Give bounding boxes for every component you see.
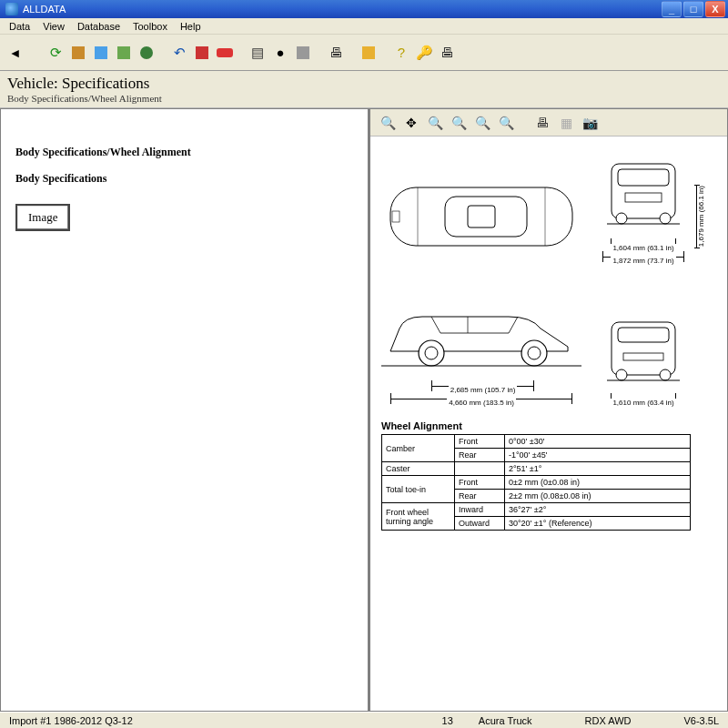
window-close-button[interactable]: X xyxy=(705,1,725,17)
svg-point-22 xyxy=(660,369,671,380)
calendar-icon[interactable] xyxy=(293,43,313,63)
toolbar: ◂ ⟳ ↶ ▤ ● 🖶 ? 🔑 🖶 xyxy=(0,35,728,71)
wa-val: 36°27' ±2° xyxy=(505,503,691,517)
zoom-actual-icon[interactable]: 🔍 xyxy=(449,113,469,133)
bookmark-icon[interactable] xyxy=(192,43,212,63)
menu-data[interactable]: Data xyxy=(4,20,35,33)
pan-icon[interactable]: ✥ xyxy=(401,113,421,133)
dim-height: 1,679 mm (66.1 in) xyxy=(697,186,705,247)
page-title: Vehicle: Specifications xyxy=(7,75,721,93)
dim-rear-track: 1,610 mm (63.4 in) xyxy=(611,399,675,407)
menu-help[interactable]: Help xyxy=(175,20,207,33)
wheel-alignment-table: Camber Front 0°00' ±30' Rear -1°00' ±45'… xyxy=(381,434,691,531)
camera-icon[interactable]: 📷 xyxy=(580,113,600,133)
svg-point-21 xyxy=(616,369,627,380)
help-icon[interactable]: ? xyxy=(391,43,411,63)
vehicle-diagram: 1,604 mm (63.1 in) 1,872 mm (73.7 in) 1,… xyxy=(381,146,716,531)
grid-icon[interactable]: ▦ xyxy=(556,113,576,133)
svg-point-13 xyxy=(419,340,444,366)
status-id: 13 xyxy=(439,715,457,726)
print-image-icon[interactable]: 🖶 xyxy=(532,113,552,133)
menubar: Data View Database Toolbox Help xyxy=(0,18,728,35)
svg-rect-18 xyxy=(612,322,675,375)
wa-pos: Rear xyxy=(455,449,505,462)
vehicle-rear-view xyxy=(598,309,689,391)
tree-icon[interactable] xyxy=(114,43,134,63)
menu-view[interactable]: View xyxy=(37,20,70,33)
table-row: Total toe-in Front 0±2 mm (0±0.08 in) xyxy=(382,476,691,490)
status-bar: Import #1 1986-2012 Q3-12 13 Acura Truck… xyxy=(0,712,728,728)
list-icon[interactable]: ▤ xyxy=(248,43,268,63)
print-icon[interactable]: 🖶 xyxy=(326,43,346,63)
nav-section: Body Specifications xyxy=(15,172,368,186)
status-dataset: Import #1 1986-2012 Q3-12 xyxy=(5,715,136,726)
wa-param: Caster xyxy=(382,462,455,476)
svg-point-9 xyxy=(616,213,627,224)
status-engine: V6-3.5L xyxy=(680,715,723,726)
app-icon xyxy=(5,3,18,15)
dim-track-width: 1,872 mm (73.7 in) xyxy=(611,257,675,265)
wa-pos xyxy=(455,462,505,476)
status-model: RDX AWD xyxy=(581,715,635,726)
undo-icon[interactable]: ↶ xyxy=(169,43,189,63)
menu-toolbox[interactable]: Toolbox xyxy=(127,20,173,33)
wa-pos: Inward xyxy=(455,503,505,517)
wa-param: Total toe-in xyxy=(382,476,455,503)
wa-pos: Front xyxy=(455,476,505,490)
folder-icon[interactable] xyxy=(359,43,379,63)
zoom-fit-icon[interactable]: 🔍 xyxy=(425,113,445,133)
wa-param: Camber xyxy=(382,435,455,462)
table-row: Front wheel turning angle Inward 36°27' … xyxy=(382,503,691,517)
page-header: Vehicle: Specifications Body Specificati… xyxy=(0,71,728,108)
wa-pos: Outward xyxy=(455,517,505,531)
navigation-pane: Body Specifications/Wheel Alignment Body… xyxy=(0,108,369,712)
car-icon[interactable] xyxy=(215,43,235,63)
back-button[interactable]: ◂ xyxy=(5,43,25,63)
breadcrumb: Body Specifications/Wheel Alignment xyxy=(7,93,721,104)
wa-val: 2±2 mm (0.08±0.08 in) xyxy=(505,490,691,503)
wa-val: 0±2 mm (0±0.08 in) xyxy=(505,476,691,490)
vehicle-select-icon[interactable] xyxy=(91,43,111,63)
menu-database[interactable]: Database xyxy=(72,20,126,33)
zoom-in-icon[interactable]: 🔍 xyxy=(378,113,398,133)
wa-pos: Rear xyxy=(455,490,505,503)
wa-val: 2°51' ±1° xyxy=(505,462,691,476)
vehicle-side-view xyxy=(381,297,581,379)
nav-path: Body Specifications/Wheel Alignment xyxy=(15,146,368,159)
database-icon[interactable] xyxy=(68,43,88,63)
content-pane: 🔍 ✥ 🔍 🔍 🔍 🔍 🖶 ▦ 📷 xyxy=(369,108,728,712)
image-toolbar: 🔍 ✥ 🔍 🔍 🔍 🔍 🖶 ▦ 📷 xyxy=(370,109,727,136)
svg-point-10 xyxy=(660,213,671,224)
main-split: Body Specifications/Wheel Alignment Body… xyxy=(0,108,728,712)
window-titlebar: ALLDATA _ □ X xyxy=(0,0,728,18)
zoom-disabled-icon: 🔍 xyxy=(496,113,516,133)
vehicle-top-view xyxy=(381,171,581,262)
key-icon[interactable]: 🔑 xyxy=(414,43,434,63)
wa-val: 0°00' ±30' xyxy=(505,435,691,449)
image-button[interactable]: Image xyxy=(15,204,70,231)
zoom-out-icon[interactable]: 🔍 xyxy=(472,113,492,133)
wa-val: -1°00' ±45' xyxy=(505,449,691,462)
vehicle-front-view xyxy=(598,146,689,237)
globe-icon[interactable] xyxy=(136,43,157,63)
table-row: Caster 2°51' ±1° xyxy=(382,462,691,476)
svg-rect-6 xyxy=(612,164,675,218)
window-minimize-button[interactable]: _ xyxy=(662,1,682,17)
wa-param: Front wheel turning angle xyxy=(382,503,455,531)
wa-pos: Front xyxy=(455,435,505,449)
svg-point-15 xyxy=(521,340,547,366)
dim-length: 4,660 mm (183.5 in) xyxy=(447,399,516,407)
refresh-icon[interactable]: ⟳ xyxy=(46,43,66,63)
print2-icon[interactable]: 🖶 xyxy=(437,43,457,63)
dot-icon[interactable]: ● xyxy=(270,43,290,63)
status-make: Acura Truck xyxy=(475,715,536,726)
table-row: Camber Front 0°00' ±30' xyxy=(382,435,691,449)
wheel-alignment-heading: Wheel Alignment xyxy=(381,420,716,431)
wa-val: 30°20' ±1° (Reference) xyxy=(505,517,691,531)
window-maximize-button[interactable]: □ xyxy=(683,1,703,17)
diagram-viewport[interactable]: 1,604 mm (63.1 in) 1,872 mm (73.7 in) 1,… xyxy=(370,136,727,711)
window-title: ALLDATA xyxy=(23,4,66,15)
